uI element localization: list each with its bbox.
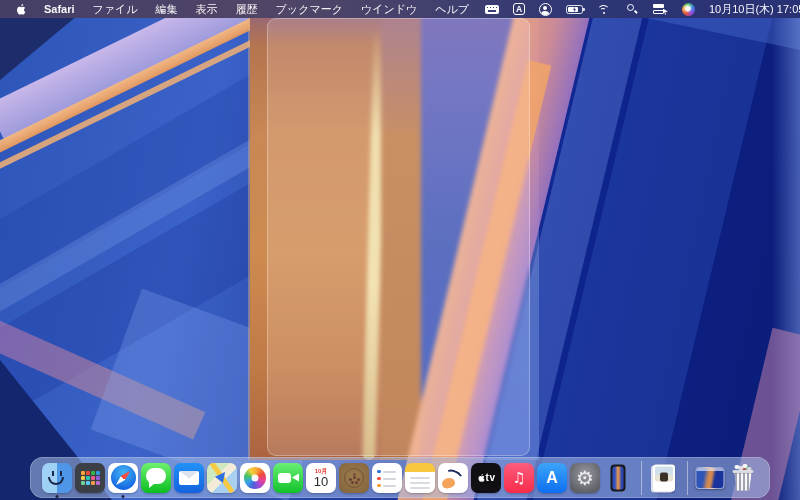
calendar-day-label: 10 [314,475,328,489]
spotlight-search-icon [626,3,639,16]
app-store-label: A [546,469,558,487]
dock-item-notes[interactable] [405,463,435,493]
dock-item-freeform[interactable] [438,463,468,493]
music-icon: ♫ [504,463,534,493]
mail-icon [174,463,204,493]
keyboard-icon [485,5,499,14]
screen-sharing-icon [653,4,668,15]
menu-bookmarks[interactable]: ブックマーク [267,0,352,18]
dock-item-music[interactable]: ♫ [504,463,534,493]
app-store-icon: A [537,463,567,493]
dock-item-finder[interactable] [42,463,72,493]
menu-bar: Safari ファイル 編集 表示 履歴 ブックマーク ウインドウ ヘルプ A [0,0,800,18]
menu-file[interactable]: ファイル [84,0,147,18]
running-indicator [56,495,59,498]
desktop: Safari ファイル 編集 表示 履歴 ブックマーク ウインドウ ヘルプ A [0,0,800,500]
iphone-mirroring-icon [603,463,633,493]
dock-item-photos[interactable] [240,463,270,493]
emblem-app-icon [339,463,369,493]
messages-icon [141,463,171,493]
apple-tv-label: tv [486,472,496,483]
dock-item-launchpad[interactable] [75,463,105,493]
dock-item-emblem-app[interactable] [339,463,369,493]
dock-item-messages[interactable] [141,463,171,493]
trash-basket [734,470,753,490]
dock-item-reminders[interactable] [372,463,402,493]
photos-icon [240,463,270,493]
trash-papers [735,464,740,469]
charging-bolt-icon [572,7,577,13]
active-app-menu[interactable]: Safari [35,0,84,18]
dock-item-system-settings[interactable]: ⚙ [570,463,600,493]
dock-item-maps[interactable] [207,463,237,493]
user-account-icon [539,3,552,16]
battery-status-item[interactable] [559,0,590,18]
menu-view[interactable]: 表示 [187,0,227,18]
apple-menu[interactable] [6,0,35,18]
dock-item-mail[interactable] [174,463,204,493]
wifi-status-item[interactable] [590,0,619,18]
reminders-icon [372,463,402,493]
menu-window[interactable]: ウインドウ [352,0,426,18]
trash-rim [733,469,754,472]
gear-icon: ⚙ [576,468,594,488]
dock-item-calendar[interactable]: 10月 10 [306,463,336,493]
dock-item-app-store[interactable]: A [537,463,567,493]
minimized-window-thumbnail [695,463,725,493]
dock-item-minimized-window[interactable] [695,463,725,493]
dock: 10月 10 tv ♫ A [30,457,770,498]
freeform-icon [438,463,468,493]
safari-icon [108,463,138,493]
apple-logo-icon [477,473,485,483]
siri-icon [682,3,695,16]
keyboard-status-item[interactable] [478,0,506,18]
dock-item-trash[interactable] [728,463,758,493]
menu-history[interactable]: 履歴 [227,0,267,18]
input-source-status-item[interactable]: A [506,0,532,18]
menu-help[interactable]: ヘルプ [426,0,478,18]
trash-full-icon [728,463,758,493]
apple-logo-icon [15,3,26,16]
dock-separator [641,461,642,495]
screen-sharing-status-item[interactable] [646,0,675,18]
dock-item-apple-tv[interactable]: tv [471,463,501,493]
calendar-icon: 10月 10 [306,463,336,493]
dock-separator [687,461,688,495]
menu-bar-clock[interactable]: 10月10日(木) 17:05 [702,0,800,18]
user-account-status-item[interactable] [532,0,559,18]
maps-icon [207,463,237,493]
dock-item-safari[interactable] [108,463,138,493]
facetime-icon [273,463,303,493]
apple-tv-icon: tv [471,463,501,493]
finder-icon [42,463,72,493]
battery-charging-icon [566,5,583,14]
running-indicator [122,495,125,498]
selection-overlay-region[interactable] [267,18,530,456]
notes-icon [405,463,435,493]
dock-item-downloads-stack[interactable] [649,463,679,493]
launchpad-icon [75,463,105,493]
cursor-arrow-icon [663,9,668,15]
downloads-stack-icon [649,463,679,493]
wifi-icon [597,4,612,15]
dock-item-iphone-mirroring[interactable] [603,463,633,493]
spotlight-status-item[interactable] [619,0,646,18]
input-source-icon: A [513,3,525,15]
dock-item-facetime[interactable] [273,463,303,493]
music-note-glyph: ♫ [512,469,525,487]
menu-edit[interactable]: 編集 [147,0,187,18]
siri-status-item[interactable] [675,0,702,18]
system-settings-icon: ⚙ [570,463,600,493]
